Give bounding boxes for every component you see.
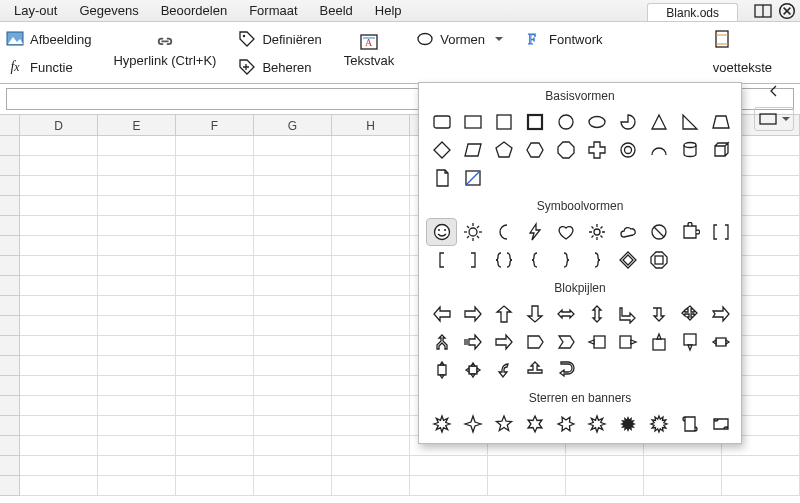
shape-rect[interactable] — [458, 109, 487, 135]
shape-scroll-h[interactable] — [706, 411, 735, 437]
shape-callout-quad[interactable] — [458, 357, 487, 383]
shape-arrow-up[interactable] — [489, 301, 518, 327]
shape-hexagon[interactable] — [520, 137, 549, 163]
shape-diamond[interactable] — [427, 137, 456, 163]
sidebar-toggle-icon[interactable] — [754, 3, 772, 19]
manage-button[interactable]: Beheren — [238, 56, 321, 78]
document-tab[interactable]: Blank.ods — [647, 3, 738, 21]
shape-cube[interactable] — [706, 137, 735, 163]
shape-striped-right[interactable] — [458, 329, 487, 355]
shape-heart[interactable] — [551, 219, 580, 245]
shape-pentagon-arrow[interactable] — [489, 329, 518, 355]
shape-cylinder[interactable] — [675, 137, 704, 163]
shape-moon[interactable] — [489, 219, 518, 245]
shape-explosion2[interactable] — [613, 411, 642, 437]
shape-arrow-quad[interactable] — [675, 301, 704, 327]
shape-arc[interactable] — [644, 137, 673, 163]
shape-trapezoid[interactable] — [706, 109, 735, 135]
hyperlink-button[interactable]: Hyperlink (Ctrl+K) — [113, 28, 216, 72]
shape-circle-segment[interactable] — [613, 109, 642, 135]
shape-arrow-leftright[interactable] — [551, 301, 580, 327]
shape-rect-rounded[interactable] — [427, 109, 456, 135]
shape-arrow-t-up[interactable] — [520, 357, 549, 383]
shape-gear[interactable] — [582, 219, 611, 245]
shape-arrow-right[interactable] — [458, 301, 487, 327]
shape-diagonal-rect[interactable] — [458, 165, 487, 191]
define-button[interactable]: Definiëren — [238, 28, 321, 50]
shape-scroll-v[interactable] — [675, 411, 704, 437]
shape-square-thick[interactable] — [520, 109, 549, 135]
shape-arrow-down[interactable] — [520, 301, 549, 327]
col-header[interactable]: D — [20, 114, 98, 136]
fontwork-button[interactable]: F Fontwork — [525, 28, 602, 50]
menu-data[interactable]: Gegevens — [69, 1, 148, 20]
shape-callout-left[interactable] — [582, 329, 611, 355]
shape-split-arrow[interactable] — [427, 329, 456, 355]
col-header[interactable]: E — [98, 114, 176, 136]
menu-layout[interactable]: Lay-out — [4, 1, 67, 20]
shapes-dropdown[interactable]: Vormen — [416, 28, 503, 50]
shape-plus[interactable] — [582, 137, 611, 163]
border-style-dropdown[interactable] — [754, 107, 794, 131]
shape-arrow-curve-left[interactable] — [489, 357, 518, 383]
header-footer-button[interactable] — [713, 28, 772, 50]
shape-brace-right2[interactable] — [582, 247, 611, 273]
shape-brace-left[interactable] — [520, 247, 549, 273]
menu-format[interactable]: Formaat — [239, 1, 307, 20]
shape-arrow-left[interactable] — [427, 301, 456, 327]
shape-lightning[interactable] — [520, 219, 549, 245]
shape-square[interactable] — [489, 109, 518, 135]
menu-help[interactable]: Help — [365, 1, 412, 20]
shape-star12[interactable] — [644, 411, 673, 437]
shape-octagon-bevel[interactable] — [644, 247, 673, 273]
shape-callout-up[interactable] — [644, 329, 673, 355]
shape-bracket-right[interactable] — [458, 247, 487, 273]
menu-review[interactable]: Beoordelen — [151, 1, 238, 20]
menu-image[interactable]: Beeld — [310, 1, 363, 20]
shape-right-triangle[interactable] — [675, 109, 704, 135]
shape-bracket-left[interactable] — [427, 247, 456, 273]
shape-callout-down[interactable] — [675, 329, 704, 355]
shape-callout-updown[interactable] — [427, 357, 456, 383]
col-header[interactable]: F — [176, 114, 254, 136]
col-header[interactable]: H — [332, 114, 410, 136]
shape-cloud[interactable] — [613, 219, 642, 245]
shape-arrow-right-notched[interactable] — [706, 301, 735, 327]
shape-triangle[interactable] — [644, 109, 673, 135]
shape-callout-right[interactable] — [613, 329, 642, 355]
shape-star6a[interactable] — [520, 411, 549, 437]
shape-brackets-square[interactable] — [706, 219, 735, 245]
shape-smiley[interactable] — [427, 219, 456, 245]
shape-chevron-home[interactable] — [520, 329, 549, 355]
shape-diamond-bevel[interactable] — [613, 247, 642, 273]
afbeelding-button[interactable]: Afbeelding — [6, 28, 91, 50]
shape-arrow-corner-down[interactable] — [644, 301, 673, 327]
shape-star4[interactable] — [458, 411, 487, 437]
shape-pentagon[interactable] — [489, 137, 518, 163]
shape-sun[interactable] — [458, 219, 487, 245]
close-icon[interactable] — [778, 3, 796, 19]
col-header[interactable]: G — [254, 114, 332, 136]
shape-brace-right[interactable] — [551, 247, 580, 273]
shape-circle[interactable] — [551, 109, 580, 135]
shape-puzzle[interactable] — [675, 219, 704, 245]
shape-star8[interactable] — [582, 411, 611, 437]
shape-octagon[interactable] — [551, 137, 580, 163]
shape-page[interactable] — [427, 165, 456, 191]
shape-callout-leftright[interactable] — [706, 329, 735, 355]
sidebar-expand-icon[interactable] — [766, 84, 782, 101]
shape-star5[interactable] — [489, 411, 518, 437]
functie-button[interactable]: fx Functie — [6, 56, 91, 78]
textbox-button[interactable]: A Tekstvak — [344, 28, 395, 72]
shape-parallelogram[interactable] — [458, 137, 487, 163]
shape-arrow-corner-right[interactable] — [613, 301, 642, 327]
shape-braces[interactable] — [489, 247, 518, 273]
shape-ring[interactable] — [613, 137, 642, 163]
shape-chevron[interactable] — [551, 329, 580, 355]
shape-arrow-updown[interactable] — [582, 301, 611, 327]
shape-no-entry[interactable] — [644, 219, 673, 245]
shape-arrow-s[interactable] — [551, 357, 580, 383]
shape-explosion1[interactable] — [427, 411, 456, 437]
shape-ellipse[interactable] — [582, 109, 611, 135]
shape-star6b[interactable] — [551, 411, 580, 437]
